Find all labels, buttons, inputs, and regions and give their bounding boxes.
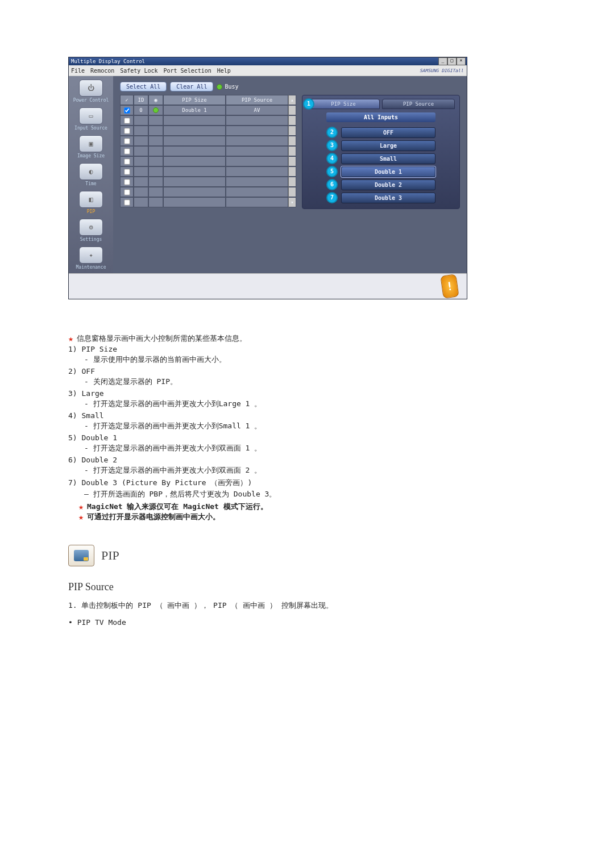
clear-all-button[interactable]: Clear All: [170, 82, 213, 91]
grid-header-id[interactable]: ID: [134, 95, 148, 105]
doc-item-head: 7) Double 3 (Picture By Picture （画旁画）): [68, 478, 546, 488]
sidebar-item-input-source[interactable]: ▭Input Source: [72, 107, 110, 131]
doc-intro: 信息窗格显示画中画大小控制所需的某些基本信息。: [77, 333, 247, 344]
pip-size-option-double-2[interactable]: Double 2: [341, 180, 435, 190]
pip-source-step-1: 1. 单击控制板中的 PIP （ 画中画 ）， PIP （ 画中画 ） 控制屏幕…: [68, 600, 546, 611]
grid-header-check[interactable]: ✓: [120, 95, 134, 105]
grid-scroll-track[interactable]: [288, 136, 296, 146]
grid-row-empty[interactable]: [120, 156, 296, 166]
sidebar-item-pip[interactable]: ◧PIP: [72, 191, 110, 214]
doc-item-head: 5) Double 1: [68, 433, 546, 442]
sidebar-item-image-size[interactable]: ▣Image Size: [72, 135, 110, 158]
callout-2: 2: [326, 127, 338, 138]
sidebar-item-time[interactable]: ◐Time: [72, 163, 110, 186]
grid-row-pip-size: Double 1: [163, 105, 226, 115]
star-icon: ★: [78, 502, 84, 512]
grid-row-check[interactable]: [120, 197, 134, 207]
grid-row-empty[interactable]: [120, 136, 296, 146]
callout-3: 3: [326, 140, 338, 151]
grid-scroll-track[interactable]: [288, 166, 296, 177]
busy-label: Busy: [225, 84, 238, 90]
doc-item-head: 4) Small: [68, 411, 546, 420]
info-icon[interactable]: !: [440, 274, 459, 299]
pip-size-option-large[interactable]: Large: [341, 140, 435, 151]
sidebar-item-settings[interactable]: ⚙Settings: [72, 219, 110, 242]
menu-safety-lock[interactable]: Safety Lock: [120, 68, 157, 74]
grid-row-empty[interactable]: [120, 126, 296, 136]
grid-row-empty[interactable]: [120, 177, 296, 187]
grid-row-empty[interactable]: [120, 187, 296, 197]
all-inputs-header: All Inputs: [326, 112, 435, 122]
grid-row-empty[interactable]: [120, 166, 296, 177]
pip-icon: ◧: [79, 191, 103, 208]
grid-row-check[interactable]: [120, 166, 134, 177]
grid-row-check[interactable]: [120, 105, 134, 115]
grid-row-check[interactable]: [120, 177, 134, 187]
pip-size-option-small[interactable]: Small: [341, 153, 435, 164]
grid-row-check[interactable]: [120, 156, 134, 166]
doc-item-head: 1) PIP Size: [68, 345, 546, 353]
pip-size-option-double-3[interactable]: Double 3: [341, 193, 435, 203]
sidebar-item-label: Input Source: [74, 126, 107, 131]
tab-pip-source-label: PIP Source: [403, 101, 434, 107]
grid-row-0[interactable]: 0 Double 1 AV: [120, 105, 296, 115]
grid-scroll-track[interactable]: [288, 105, 296, 115]
grid-scroll-track[interactable]: [288, 126, 296, 136]
lamp-icon: [153, 107, 159, 113]
time-icon: ◐: [79, 163, 103, 180]
pip-size-option-off[interactable]: OFF: [341, 127, 435, 138]
pip-badge-icon: [68, 545, 94, 566]
window-title: Multiple Display Control: [71, 59, 145, 64]
grid-scroll-track[interactable]: [288, 115, 296, 126]
doc-item-sub: - 打开选定显示器的画中画并更改大小到Large 1 。: [68, 399, 546, 409]
grid-scroll-track[interactable]: [288, 187, 296, 197]
grid-row-empty[interactable]: [120, 115, 296, 126]
doc-item-head: 6) Double 2: [68, 456, 546, 464]
callout-5: 5: [326, 166, 338, 177]
callout-1: 1: [303, 98, 314, 110]
doc-item-head: 3) Large: [68, 389, 546, 398]
sidebar-item-label: Image Size: [77, 153, 105, 158]
grid-row-check[interactable]: [120, 126, 134, 136]
grid-row-pip-source: AV: [226, 105, 288, 115]
grid-header-row: ✓ ID ◉ PIP Size PIP Source ▴: [120, 95, 296, 105]
grid-row-empty[interactable]: [120, 146, 296, 156]
grid-row-check[interactable]: [120, 146, 134, 156]
menu-file[interactable]: File: [71, 68, 85, 74]
grid-row-check[interactable]: [120, 115, 134, 126]
doc-note: 可通过打开显示器电源控制画中画大小。: [87, 512, 220, 522]
doc-item-sub: — 打开所选画面的 PBP，然后将尺寸更改为 Double 3。: [68, 489, 546, 499]
grid-row-check[interactable]: [120, 136, 134, 146]
callout-7: 7: [326, 192, 338, 203]
grid-header-lamp[interactable]: ◉: [148, 95, 163, 105]
busy-indicator: Busy: [217, 84, 238, 90]
grid-header-pip-size[interactable]: PIP Size: [163, 95, 226, 105]
sidebar: ⏻Power Control▭Input Source▣Image Size◐T…: [69, 76, 113, 273]
grid-scroll-up[interactable]: ▴: [288, 95, 296, 105]
doc-item-sub: - 打开选定显示器的画中画并更改大小到双画面 1 。: [68, 443, 546, 453]
grid-scroll-track[interactable]: [288, 156, 296, 166]
grid-scroll-track[interactable]: [288, 146, 296, 156]
sidebar-item-power-control[interactable]: ⏻Power Control: [72, 80, 110, 103]
tab-pip-size[interactable]: 1 PIP Size: [307, 99, 380, 109]
grid-header-pip-source[interactable]: PIP Source: [226, 95, 288, 105]
window-maximize-button[interactable]: □: [447, 57, 457, 65]
window-close-button[interactable]: ×: [457, 57, 466, 65]
tab-pip-source[interactable]: PIP Source: [382, 99, 455, 109]
window-minimize-button[interactable]: _: [438, 57, 447, 65]
menu-remocon[interactable]: Remocon: [90, 68, 114, 74]
grid-scroll-track[interactable]: ▾: [288, 197, 296, 207]
menu-help[interactable]: Help: [217, 68, 231, 74]
grid-row-empty[interactable]: ▾: [120, 197, 296, 207]
select-all-button[interactable]: Select All: [120, 82, 167, 91]
input-source-icon: ▭: [79, 107, 103, 124]
doc-item-sub: - 打开选定显示器的画中画并更改大小到Small 1 。: [68, 421, 546, 431]
grid-row-check[interactable]: [120, 187, 134, 197]
app-window: Multiple Display Control _ □ × File Remo…: [68, 57, 467, 299]
sidebar-item-label: Time: [85, 181, 96, 186]
image-size-icon: ▣: [79, 135, 103, 152]
pip-size-option-double-1[interactable]: Double 1: [341, 166, 435, 177]
menu-port-selection[interactable]: Port Selection: [163, 68, 211, 74]
sidebar-item-maintenance[interactable]: ✦Maintenance: [72, 247, 110, 270]
grid-scroll-track[interactable]: [288, 177, 296, 187]
